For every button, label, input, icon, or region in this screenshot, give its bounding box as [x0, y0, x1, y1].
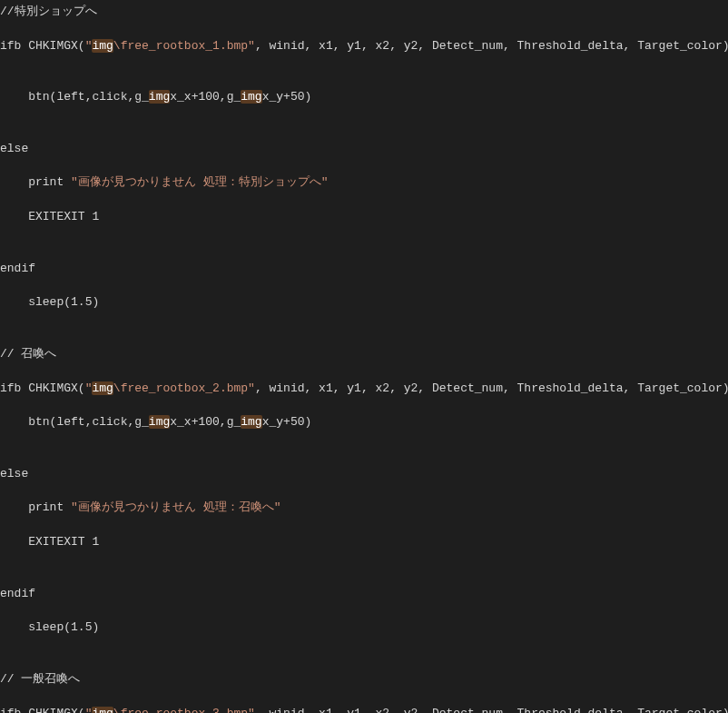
- highlight-img: img: [149, 90, 170, 104]
- code-line: endif: [0, 261, 728, 278]
- keyword-endif: endif: [0, 262, 35, 275]
- btn-mid1: x_x+100,g_: [170, 415, 241, 429]
- string-quote: ": [248, 39, 255, 53]
- call-chkimgx: CHKIMGX: [28, 707, 78, 713]
- highlight-img: img: [241, 90, 261, 104]
- call-args: , winid, x1, y1, x2, y2, Detect_num, Thr…: [255, 39, 728, 53]
- btn-head: btn(left,click,g_: [28, 90, 149, 104]
- string-filename: \free_rootbox_1.bmp: [113, 39, 248, 53]
- highlight-img: img: [149, 415, 170, 429]
- code-line: btn(left,click,g_imgx_x+100,g_imgx_y+50): [0, 89, 728, 106]
- code-editor[interactable]: //特別ショップへ ifb CHKIMGX("img\free_rootbox_…: [0, 0, 728, 713]
- comment: // 一般召喚へ: [0, 672, 80, 686]
- code-line: else: [0, 466, 728, 483]
- code-line: ifb CHKIMGX("img\free_rootbox_2.bmp", wi…: [0, 381, 728, 398]
- code-line: // 一般召喚へ: [0, 671, 728, 688]
- code-line: btn(left,click,g_imgx_x+100,g_imgx_y+50): [0, 414, 728, 431]
- string-filename: \free_rootbox_3.bmp: [113, 707, 248, 713]
- call-args: , winid, x1, y1, x2, y2, Detect_num, Thr…: [255, 707, 728, 713]
- code-line: // 召喚へ: [0, 346, 728, 363]
- keyword-ifb: ifb: [0, 707, 21, 713]
- open-paren: (: [78, 707, 85, 713]
- btn-mid2: x_y+50): [262, 415, 312, 429]
- code-line: ifb CHKIMGX("img\free_rootbox_1.bmp", wi…: [0, 38, 728, 55]
- call-chkimgx: CHKIMGX: [28, 381, 78, 395]
- sleep-call: sleep(1.5): [28, 620, 99, 634]
- print-kw: print: [28, 175, 71, 189]
- sleep-call: sleep(1.5): [28, 295, 99, 309]
- open-paren: (: [78, 39, 85, 53]
- code-line: EXITEXIT 1: [0, 534, 728, 551]
- keyword-ifb: ifb: [0, 39, 21, 53]
- highlight-img: img: [92, 381, 113, 395]
- code-line: print "画像が見つかりません 処理：特別ショップへ": [0, 174, 728, 192]
- open-paren: (: [78, 381, 85, 395]
- comment: //特別ショップへ: [0, 5, 97, 18]
- exit-stmt: EXITEXIT 1: [28, 210, 99, 223]
- keyword-else: else: [0, 467, 28, 480]
- keyword-endif: endif: [0, 587, 35, 600]
- code-line: else: [0, 141, 728, 158]
- string-err-end: 召喚へ": [239, 500, 281, 514]
- keyword-else: else: [0, 142, 28, 155]
- print-kw: print: [28, 500, 71, 514]
- string-quote: ": [248, 707, 255, 713]
- code-line: sleep(1.5): [0, 619, 728, 637]
- btn-mid1: x_x+100,g_: [170, 90, 241, 104]
- code-line: //特別ショップへ: [0, 4, 728, 21]
- highlight-img: img: [92, 707, 113, 713]
- btn-mid2: x_y+50): [262, 90, 312, 104]
- comment: // 召喚へ: [0, 347, 56, 361]
- code-line: print "画像が見つかりません 処理：召喚へ": [0, 500, 728, 517]
- code-line: ifb CHKIMGX("img\free_rootbox_3.bmp", wi…: [0, 706, 728, 713]
- code-line: endif: [0, 586, 728, 603]
- highlight-img: img: [92, 39, 113, 53]
- call-chkimgx: CHKIMGX: [28, 39, 78, 53]
- exit-stmt: EXITEXIT 1: [28, 535, 99, 549]
- highlight-img: img: [241, 415, 261, 429]
- string-err-end: 特別ショップへ": [239, 175, 329, 189]
- string-err-pre: "画像が見つかりません 処理：: [71, 500, 239, 514]
- code-line: EXITEXIT 1: [0, 209, 728, 226]
- code-line: sleep(1.5): [0, 294, 728, 312]
- call-args: , winid, x1, y1, x2, y2, Detect_num, Thr…: [255, 381, 728, 395]
- keyword-ifb: ifb: [0, 381, 21, 395]
- string-quote: ": [248, 381, 255, 395]
- btn-head: btn(left,click,g_: [28, 415, 149, 429]
- string-filename: \free_rootbox_2.bmp: [113, 381, 248, 395]
- string-err-pre: "画像が見つかりません 処理：: [71, 175, 239, 189]
